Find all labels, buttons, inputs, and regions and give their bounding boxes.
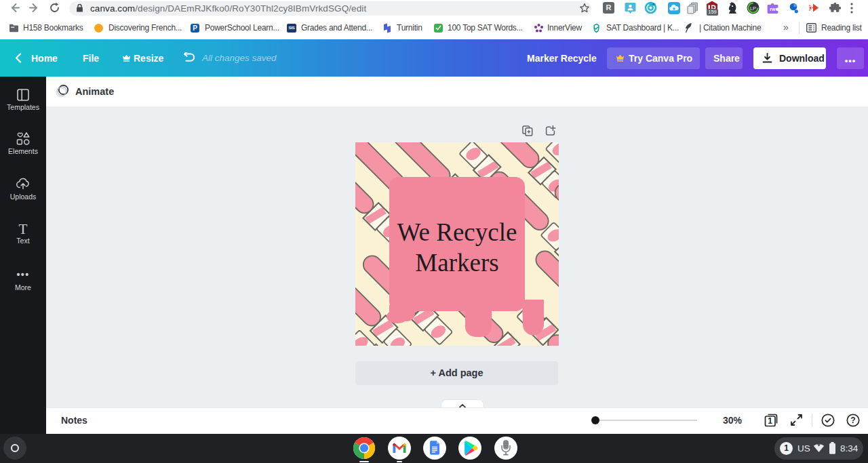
svg-text:We Recycle: We Recycle: [397, 218, 517, 246]
svg-text:Markers: Markers: [415, 249, 498, 277]
svg-text:rw: rw: [770, 7, 776, 12]
svg-text:1: 1: [768, 416, 772, 426]
svg-text:LP: LP: [750, 5, 756, 12]
svg-text:?: ?: [850, 416, 855, 425]
